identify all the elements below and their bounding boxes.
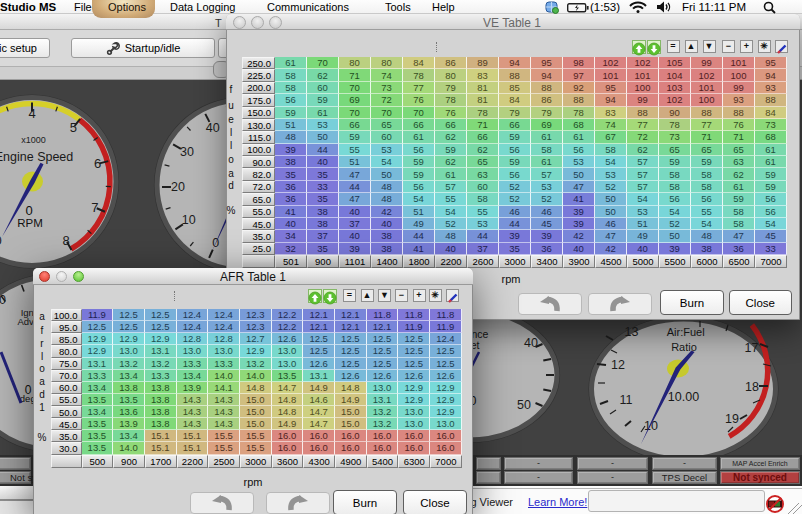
- svg-text:10: 10: [182, 213, 196, 227]
- svg-text:17: 17: [745, 341, 759, 355]
- svg-text:0: 0: [0, 233, 2, 248]
- svg-text:50: 50: [517, 398, 531, 412]
- svg-text:7: 7: [91, 200, 98, 215]
- svg-text:10: 10: [644, 419, 658, 433]
- svg-text:5: 5: [70, 120, 77, 135]
- svg-text:13: 13: [625, 325, 639, 339]
- svg-text:x1000: x1000: [21, 135, 46, 145]
- svg-text:40: 40: [206, 121, 220, 135]
- svg-text:Air:Fuel: Air:Fuel: [667, 326, 705, 338]
- svg-text:0: 0: [25, 203, 32, 218]
- svg-text:30: 30: [180, 145, 194, 159]
- svg-text:Ratio: Ratio: [671, 341, 697, 353]
- svg-text:10.00: 10.00: [668, 390, 699, 404]
- svg-text:8: 8: [62, 233, 69, 248]
- svg-text:12: 12: [611, 358, 625, 372]
- svg-text:6: 6: [94, 156, 101, 171]
- svg-text:19: 19: [725, 412, 739, 426]
- svg-text:18: 18: [745, 380, 759, 394]
- svg-text:40: 40: [0, 293, 6, 307]
- svg-text:40: 40: [524, 336, 538, 350]
- svg-text:11: 11: [620, 393, 633, 407]
- svg-text:20: 20: [171, 180, 185, 194]
- svg-text:Engine Speed: Engine Speed: [0, 150, 73, 164]
- svg-text:RPM: RPM: [17, 217, 43, 229]
- svg-text:4: 4: [28, 106, 35, 121]
